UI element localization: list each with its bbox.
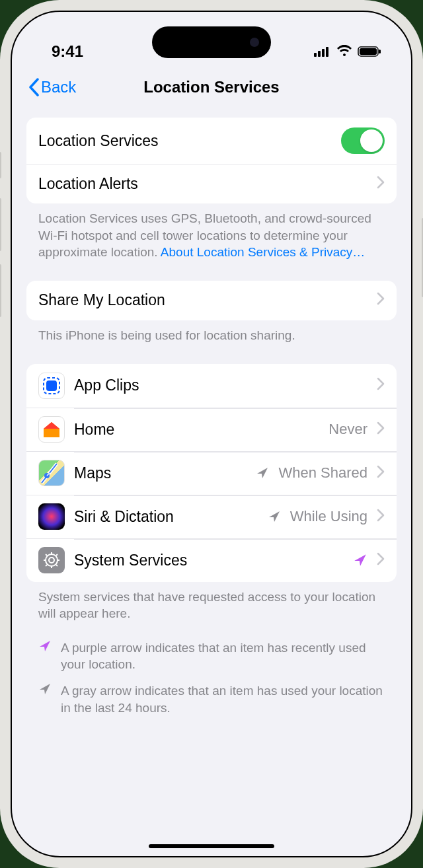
cellular-icon [314, 42, 331, 61]
nav-bar: Back Location Services [12, 71, 411, 108]
app-label: App Clips [74, 377, 358, 394]
app-status: Never [328, 421, 367, 438]
legend-gray-text: A gray arrow indicates that an item has … [61, 682, 385, 716]
row-share-my-location[interactable]: Share My Location [26, 281, 397, 320]
location-arrow-icon [38, 682, 53, 716]
svg-rect-2 [322, 49, 325, 57]
group-location: Location Services Location Alerts [26, 118, 397, 203]
row-home[interactable]: Home Never [26, 408, 397, 451]
location-alerts-label: Location Alerts [38, 175, 367, 193]
location-services-toggle[interactable] [341, 127, 385, 154]
location-services-label: Location Services [38, 132, 332, 150]
row-siri[interactable]: Siri & Dictation While Using [26, 495, 397, 538]
home-indicator[interactable] [149, 844, 274, 848]
svg-rect-0 [314, 53, 317, 57]
svg-rect-1 [318, 51, 321, 57]
row-system-services[interactable]: System Services [26, 538, 397, 582]
chevron-right-icon [377, 175, 385, 193]
legend-gray: A gray arrow indicates that an item has … [38, 682, 385, 716]
app-label: Home [74, 421, 319, 439]
back-button[interactable]: Back [28, 78, 76, 96]
app-clips-icon [38, 373, 65, 399]
row-app-clips[interactable]: App Clips [26, 364, 397, 408]
chevron-right-icon [377, 508, 385, 526]
app-status: While Using [290, 508, 367, 525]
settings-icon [38, 547, 65, 573]
status-time: 9:41 [52, 42, 83, 61]
svg-line-19 [56, 554, 58, 556]
chevron-right-icon [377, 421, 385, 439]
share-my-location-label: Share My Location [38, 291, 367, 309]
chevron-right-icon [377, 552, 385, 569]
legend-purple: A purple arrow indicates that an item ha… [38, 639, 385, 673]
battery-icon [358, 42, 381, 61]
group-apps: App Clips Home Never Maps [26, 364, 397, 582]
svg-line-18 [46, 565, 47, 566]
chevron-right-icon [377, 291, 385, 309]
siri-icon [38, 503, 65, 530]
row-location-alerts[interactable]: Location Alerts [26, 164, 397, 203]
chevron-left-icon [28, 78, 40, 96]
app-label: Maps [74, 464, 247, 482]
app-label: Siri & Dictation [74, 508, 258, 526]
legend-purple-text: A purple arrow indicates that an item ha… [61, 639, 385, 673]
row-location-services[interactable]: Location Services [26, 118, 397, 164]
svg-rect-3 [326, 47, 328, 57]
dynamic-island [152, 26, 271, 58]
location-arrow-icon [268, 510, 281, 523]
page-title: Location Services [143, 78, 279, 96]
svg-point-11 [49, 558, 54, 563]
group-share-footer: This iPhone is being used for location s… [26, 320, 397, 344]
svg-rect-7 [46, 380, 57, 391]
group-location-footer: Location Services uses GPS, Bluetooth, a… [26, 203, 397, 261]
svg-point-10 [46, 554, 58, 566]
group-share: Share My Location [26, 281, 397, 320]
app-status: When Shared [278, 464, 367, 482]
maps-icon [38, 460, 65, 486]
about-privacy-link[interactable]: About Location Services & Privacy… [161, 245, 365, 259]
location-arrow-icon [256, 466, 269, 480]
chevron-right-icon [377, 377, 385, 394]
group-apps-footer: System services that have requested acce… [26, 582, 397, 622]
row-maps[interactable]: Maps When Shared [26, 451, 397, 495]
legend: A purple arrow indicates that an item ha… [26, 622, 397, 717]
svg-line-16 [46, 554, 47, 556]
location-arrow-icon [38, 639, 53, 673]
home-icon [38, 416, 65, 443]
svg-line-17 [56, 565, 58, 566]
wifi-icon [336, 42, 352, 61]
app-label: System Services [74, 552, 344, 569]
svg-rect-6 [379, 50, 381, 54]
location-arrow-icon [353, 553, 367, 567]
svg-rect-5 [360, 48, 377, 55]
back-label: Back [41, 78, 76, 96]
chevron-right-icon [377, 464, 385, 482]
